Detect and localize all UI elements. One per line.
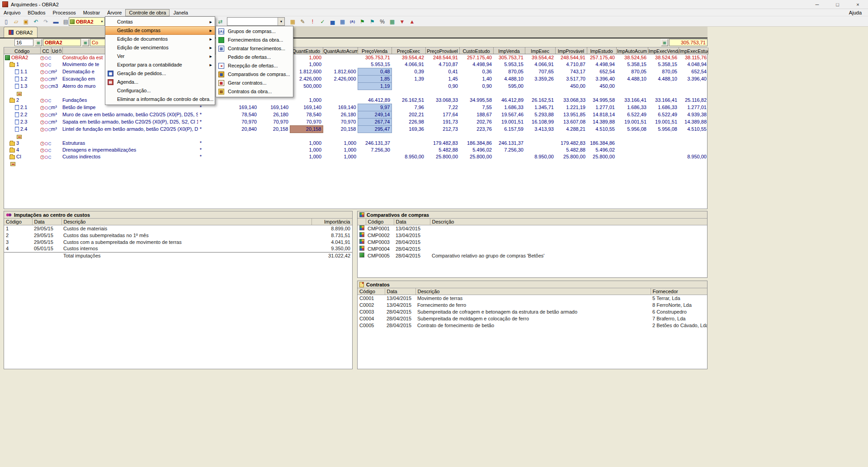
toolbar-combo[interactable]: ▼	[227, 17, 285, 26]
flag-teal-icon[interactable]: ⚑	[368, 17, 377, 26]
tree-column-pre-oexec[interactable]: PreçoExec	[392, 48, 425, 54]
menubar-item-janela[interactable]: Janela	[170, 9, 191, 16]
tree-column-quantestudo[interactable]: QuantEstudo	[290, 48, 323, 54]
contrato-row-C0002[interactable]: C000213/04/2015Fornecimento de ferro8 Fe…	[358, 301, 707, 308]
group-end-marker-icon[interactable]	[17, 92, 22, 96]
menubar-help[interactable]: Ajuda	[843, 10, 868, 15]
job-total-field[interactable]: 305.753,71	[669, 39, 708, 46]
imputacoes-column-import-ncia[interactable]: Importância	[311, 219, 352, 225]
contratos-column-c-digo[interactable]: Código	[358, 288, 385, 295]
job-selector[interactable]: OBRA2 ▼	[69, 17, 105, 26]
imputacao-row[interactable]: 229/05/15Custos das subempreitadas no 1º…	[4, 232, 352, 238]
menubar-item-controle-de-obra[interactable]: Controle de obra	[125, 9, 170, 16]
tree-row-CI[interactable]: CI?Custos indirectos*1,0001,0008.950,002…	[4, 153, 708, 160]
comparativo-row-CMP0003[interactable]: CMP000328/04/2015	[358, 238, 707, 245]
imputacao-row[interactable]: 405/01/15Custos internos9.350,00	[4, 245, 352, 252]
tree-column-impexec[interactable]: ImpExec	[525, 48, 555, 54]
menubar-item-processos[interactable]: Processos	[49, 9, 79, 16]
job-dropdown-arrow[interactable]: ▼	[100, 20, 104, 23]
menu-item-agenda[interactable]: ▤Agenda...	[105, 78, 215, 86]
contratos-column-data[interactable]: Data	[385, 288, 415, 295]
contrato-row-C0005[interactable]: C000528/04/2015Contrato de fornecimento …	[358, 322, 707, 329]
tree-column-impvenda[interactable]: ImpVenda	[493, 48, 525, 54]
tree-column-impexecvenda[interactable]: ImpExecVenda	[648, 48, 679, 54]
tree-row-2.4[interactable]: 2.4?m³Lintel de fundação em betão armado…	[4, 126, 708, 133]
comparativo-row-CMP0005[interactable]: CMP000528/04/2015Comparativo relativo ao…	[358, 252, 707, 259]
save-icon[interactable]: ▬	[52, 17, 60, 26]
price-grid-icon[interactable]: ▦	[388, 17, 396, 26]
tree-column-impautoacum[interactable]: ImpAutoAcum	[616, 48, 648, 54]
tree-column-cc[interactable]: CC	[40, 48, 51, 54]
submenu-item-recep-o-de-ofertas[interactable]: ◂Recepção de ofertas...	[216, 62, 293, 70]
tree-group-end-row[interactable]	[4, 133, 708, 140]
back-icon[interactable]: ↶	[32, 17, 40, 26]
new-document-icon[interactable]: ▯	[2, 17, 10, 26]
alert-icon[interactable]: !	[308, 17, 317, 26]
comparativo-row-CMP0001[interactable]: CMP000113/04/2015	[358, 225, 707, 232]
comparativo-row-CMP0004[interactable]: CMP000428/04/2015	[358, 245, 707, 252]
submenu-item-contratos-da-obra[interactable]: ▤Contratos da obra...	[216, 87, 293, 96]
contratos-column-descri-o[interactable]: Descrição	[415, 288, 651, 295]
flag-green-icon[interactable]: ⚑	[358, 17, 367, 26]
submenu-item-contratar-fornecimentos[interactable]: ▥Contratar fornecimentos...	[216, 44, 293, 53]
verify-icon[interactable]: ✓	[318, 17, 327, 26]
tree-column-custoestudo[interactable]: CustoEstudo	[459, 48, 493, 54]
submenu-item-grupos-de-compras[interactable]: (A)Grupos de compras...	[216, 27, 293, 36]
code-lookup-button[interactable]: ▦	[35, 39, 42, 46]
import-data-icon[interactable]: ▲	[408, 17, 416, 26]
tree-column-impestudo[interactable]: ImpEstudo	[587, 48, 616, 54]
tree-group-end-row[interactable]	[4, 160, 708, 167]
edit-concept-icon[interactable]: ✎	[298, 17, 307, 26]
menu-item-gest-o-de-compras[interactable]: Gestão de compras▶	[105, 26, 215, 35]
description-lookup-button[interactable]: ▦	[82, 39, 89, 46]
level-field[interactable]: 16	[14, 39, 33, 46]
imputacoes-column-descri-o[interactable]: Descrição	[61, 219, 311, 225]
menubar-item-rvore[interactable]: Árvore	[104, 9, 125, 16]
open-job-icon[interactable]: ▱	[12, 17, 20, 26]
forward-icon[interactable]: ↷	[42, 17, 50, 26]
contratos-column-fornecedor[interactable]: Fornecedor	[651, 288, 707, 295]
tree-column-pre-ovenda[interactable]: PreçoVenda	[358, 48, 392, 54]
add-concept-icon[interactable]: ▦	[288, 17, 297, 26]
menubar-item-bdados[interactable]: BDados	[24, 9, 49, 16]
tree-column-ud[interactable]: Ud	[51, 48, 62, 54]
tree-column-quantautoacum[interactable]: QuantAutoAcum	[323, 48, 358, 54]
menu-item-gera-o-de-pedidos[interactable]: ▦Geração de pedidos...	[105, 69, 215, 78]
tree-row-2.3[interactable]: 2.3?m³Sapata em betão armado, betão C20/…	[4, 119, 708, 126]
menu-item-ver[interactable]: Ver▶	[105, 52, 215, 61]
tree-column-impexecestudo[interactable]: ImpExecEstudo	[679, 48, 708, 54]
tree-row-3[interactable]: 3?Estruturas*1,0001,000246.131,37179.482…	[4, 140, 708, 147]
favorites-icon[interactable]: ▣	[22, 17, 30, 26]
job-code-field[interactable]: OBRA2	[43, 39, 81, 46]
menu-item-eliminar-a-informa-o-de-controlo-de-obra[interactable]: Eliminar a informação de controlo de obr…	[105, 95, 215, 104]
imputacao-row[interactable]: 129/05/15Custos de materiais8.899,00	[4, 225, 352, 232]
comparativos-column-0[interactable]	[358, 219, 366, 225]
tree-column-impprov-vel[interactable]: ImpProvável	[555, 48, 587, 54]
tree-row-4[interactable]: 4?Drenagens e impermeabilizações*1,0001,…	[4, 147, 708, 153]
contrato-row-C0004[interactable]: C000428/04/2015Subempreitada de moldagem…	[358, 315, 707, 322]
total-grid-button[interactable]: ▦	[661, 39, 668, 46]
tree-row-2.2[interactable]: 2.2?m³Muro de cave em betão armado, betã…	[4, 111, 708, 119]
combo-dropdown-button[interactable]: ▼	[278, 18, 284, 25]
contrato-row-C0001[interactable]: C000113/04/2015Movimento de terras5 Terr…	[358, 295, 707, 301]
comparativos-column-descri-o[interactable]: Descrição	[430, 219, 707, 225]
fields-icon[interactable]: (A)	[348, 17, 357, 26]
tab-obra2[interactable]: OBRA2	[4, 27, 38, 38]
submenu-item-fornecimentos-da-obra[interactable]: Fornecimentos da obra...	[216, 36, 293, 44]
menu-item-configura-o[interactable]: Configuração...	[105, 86, 215, 95]
group-end-marker-icon[interactable]	[10, 162, 15, 166]
maximize-button[interactable]: □	[827, 0, 848, 9]
menubar-item-mostrar[interactable]: Mostrar	[80, 9, 104, 16]
imputacoes-column-c-digo[interactable]: Código	[4, 219, 32, 225]
submenu-item-gerar-contratos[interactable]: ▦Gerar contratos...	[216, 79, 293, 87]
comparativos-column-c-digo[interactable]: Código	[366, 219, 394, 225]
menu-item-edi-o-de-vencimentos[interactable]: Edição de vencimentos▶	[105, 43, 215, 52]
percent-icon[interactable]: %	[378, 17, 387, 26]
menubar-item-arquivo[interactable]: Arquivo	[0, 9, 24, 16]
menu-item-edi-o-de-documentos[interactable]: Edição de documentos▶	[105, 35, 215, 43]
comparativos-column-data[interactable]: Data	[394, 219, 430, 225]
close-button[interactable]: ×	[848, 0, 868, 9]
imputacao-row[interactable]: 329/05/15Custos com a subempreitada de m…	[4, 238, 352, 245]
menu-item-contas[interactable]: Contas▶	[105, 18, 215, 26]
submenu-item-comparativos-de-compras[interactable]: ▦Comparativos de compras...	[216, 70, 293, 79]
